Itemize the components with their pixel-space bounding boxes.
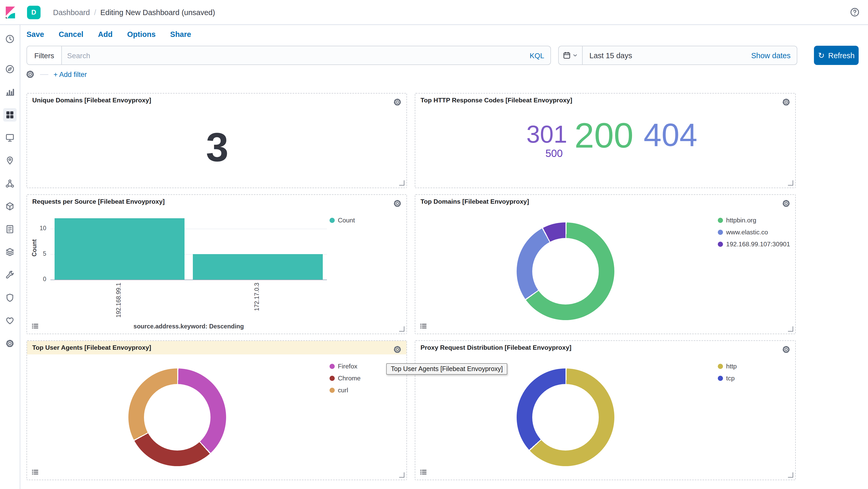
donut-chart[interactable]: [517, 222, 614, 320]
sidebar-item-stack-monitoring[interactable]: [0, 309, 20, 332]
panel-top-http-response-codes[interactable]: Top HTTP Response Codes [Filebeat Envoyp…: [415, 93, 796, 188]
refresh-button[interactable]: ↻ Refresh: [814, 46, 859, 65]
legend-toggle-icon[interactable]: [420, 322, 427, 330]
y-axis-tick: 0: [34, 276, 46, 282]
cancel-button[interactable]: Cancel: [59, 30, 84, 38]
panel-resize-handle[interactable]: [399, 180, 404, 186]
panel-top-user-agents[interactable]: Top User Agents [Filebeat Envoyproxy] Fi…: [27, 340, 407, 480]
sidebar-item-machine-learning[interactable]: [0, 172, 20, 195]
legend-label: tcp: [726, 375, 735, 382]
tag-word[interactable]: 301: [527, 122, 567, 146]
panel-requests-per-source[interactable]: Requests per Source [Filebeat Envoyproxy…: [27, 194, 407, 334]
save-button[interactable]: Save: [27, 30, 44, 38]
panel-header: Top Domains [Filebeat Envoyproxy]: [415, 195, 795, 208]
panel-settings-gear-icon[interactable]: [393, 199, 402, 208]
siem-icon: [3, 291, 17, 304]
kibana-app: D Dashboard / Editing New Dashboard (uns…: [0, 0, 868, 489]
legend-item[interactable]: Count: [330, 217, 355, 224]
add-button[interactable]: Add: [98, 30, 113, 38]
bar[interactable]: [193, 254, 323, 280]
breadcrumb-dashboard-link[interactable]: Dashboard: [53, 8, 90, 17]
panel-title[interactable]: Top HTTP Response Codes [Filebeat Envoyp…: [421, 97, 572, 104]
legend-dot: [718, 242, 723, 247]
sidebar-item-apm[interactable]: [0, 240, 20, 263]
donut-chart[interactable]: [128, 368, 226, 466]
tag-word[interactable]: 404: [644, 119, 698, 151]
panel-settings-gear-icon[interactable]: [782, 98, 790, 106]
panel-unique-domains[interactable]: Unique Domains [Filebeat Envoyproxy] 3: [27, 93, 407, 188]
sidebar-item-maps[interactable]: [0, 149, 20, 172]
sidebar-item-visualize[interactable]: [0, 80, 20, 103]
panel-resize-handle[interactable]: [788, 472, 793, 478]
bar-chart-visualization: 0510192.168.99.1172.17.0.3Countsource.ad…: [27, 208, 406, 334]
legend-item[interactable]: curl: [330, 387, 361, 394]
legend-item[interactable]: httpbin.org: [718, 217, 790, 224]
clock-icon: [3, 32, 17, 46]
x-axis-tick: 172.17.0.3: [254, 283, 260, 311]
tag-word[interactable]: 200: [575, 118, 633, 153]
panel-resize-handle[interactable]: [399, 472, 404, 478]
filters-button[interactable]: Filters: [27, 46, 62, 64]
panel-settings-gear-icon[interactable]: [782, 199, 790, 208]
filter-settings-gear-icon[interactable]: [26, 70, 35, 79]
quick-select-date-button[interactable]: [559, 46, 583, 64]
panel-proxy-request-distribution[interactable]: Proxy Request Distribution [Filebeat Env…: [415, 340, 796, 480]
legend-item[interactable]: tcp: [718, 375, 737, 382]
space-badge[interactable]: D: [27, 5, 40, 19]
bar[interactable]: [55, 218, 185, 280]
show-dates-link[interactable]: Show dates: [751, 51, 797, 60]
share-button[interactable]: Share: [170, 30, 191, 38]
top-header-bar: D Dashboard / Editing New Dashboard (uns…: [0, 0, 868, 25]
legend-item[interactable]: Chrome: [330, 375, 361, 382]
sidebar-item-dev-tools[interactable]: [0, 263, 20, 286]
y-axis-tick: 10: [34, 225, 46, 231]
options-button[interactable]: Options: [127, 30, 156, 38]
panel-header: Requests per Source [Filebeat Envoyproxy…: [27, 195, 406, 208]
panel-top-domains[interactable]: Top Domains [Filebeat Envoyproxy] httpbi…: [415, 194, 796, 334]
sidebar-item-discover[interactable]: [0, 58, 20, 80]
time-range-value[interactable]: Last 15 days: [583, 51, 632, 60]
devtools-icon: [3, 268, 17, 282]
legend-label: Count: [338, 217, 355, 224]
legend-item[interactable]: http: [718, 363, 737, 370]
legend-toggle-icon[interactable]: [31, 322, 39, 330]
sidebar-item-canvas[interactable]: [0, 126, 20, 149]
legend-toggle-icon[interactable]: [420, 468, 427, 476]
panel-title[interactable]: Top Domains [Filebeat Envoyproxy]: [421, 198, 529, 205]
panel-title[interactable]: Top User Agents [Filebeat Envoyproxy]: [32, 344, 151, 351]
legend-item[interactable]: Firefox: [330, 363, 361, 370]
legend-item[interactable]: 192.168.99.107:30901: [718, 240, 790, 248]
panel-settings-gear-icon[interactable]: [393, 345, 402, 354]
chart-legend: FirefoxChromecurl: [330, 363, 361, 394]
legend-dot: [718, 218, 723, 223]
panel-title[interactable]: Unique Domains [Filebeat Envoyproxy]: [32, 97, 151, 104]
panel-resize-handle[interactable]: [788, 326, 793, 331]
sidebar-item-recently-viewed[interactable]: [0, 28, 20, 51]
tag-word[interactable]: 500: [546, 148, 563, 159]
panel-resize-handle[interactable]: [399, 326, 404, 331]
add-filter-link[interactable]: + Add filter: [54, 70, 87, 78]
legend-label: Firefox: [338, 363, 357, 370]
sidebar-item-siem[interactable]: [0, 286, 20, 309]
donut-chart[interactable]: [517, 368, 614, 466]
panel-header: Proxy Request Distribution [Filebeat Env…: [415, 341, 795, 354]
kibana-logo[interactable]: [0, 5, 21, 19]
panel-settings-gear-icon[interactable]: [782, 345, 790, 354]
panel-resize-handle[interactable]: [788, 180, 793, 186]
metric-value: 3: [206, 124, 228, 171]
help-icon[interactable]: [850, 7, 860, 17]
legend-label: httpbin.org: [726, 217, 756, 224]
sidebar-item-metrics[interactable]: [0, 195, 20, 218]
panel-title[interactable]: Proxy Request Distribution [Filebeat Env…: [421, 344, 571, 351]
kibana-logo-icon: [4, 5, 17, 19]
legend-toggle-icon[interactable]: [31, 468, 39, 476]
kql-toggle[interactable]: KQL: [523, 46, 551, 64]
sidebar-item-management[interactable]: [0, 332, 20, 355]
search-input[interactable]: [62, 46, 523, 64]
sidebar-item-logs[interactable]: [0, 218, 20, 240]
legend-item[interactable]: www.elastic.co: [718, 229, 790, 236]
sidebar-item-dashboard[interactable]: [0, 103, 20, 126]
panel-settings-gear-icon[interactable]: [393, 98, 402, 106]
panel-title[interactable]: Requests per Source [Filebeat Envoyproxy…: [32, 198, 165, 205]
chart-legend: Count: [330, 217, 355, 224]
